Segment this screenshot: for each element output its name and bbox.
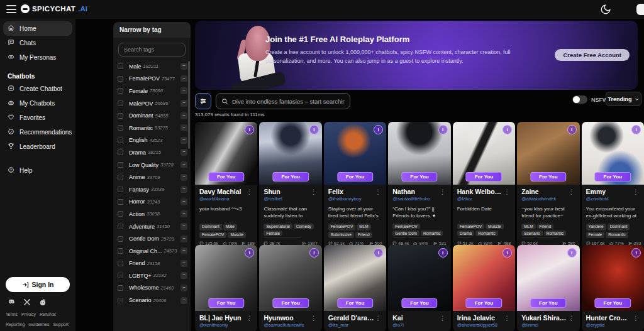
info-icon[interactable]: i <box>245 125 254 134</box>
exclude-tag-icon[interactable]: − <box>180 198 187 205</box>
info-icon[interactable]: i <box>631 248 641 258</box>
tag-name[interactable]: Female <box>129 88 148 94</box>
tag-checkbox[interactable] <box>118 162 123 168</box>
card-tag-chip[interactable]: FemalePOV <box>328 224 355 231</box>
sidebar-item-leaderboard[interactable]: Leaderboard <box>3 139 72 154</box>
card-handle[interactable]: @linmcl <box>521 322 575 328</box>
tag-name[interactable]: Fantasy <box>129 187 149 193</box>
exclude-tag-icon[interactable]: − <box>180 297 187 304</box>
tag-name[interactable]: Action <box>129 211 145 217</box>
tag-panel-scrollbar[interactable] <box>188 61 190 149</box>
app-logo[interactable]: SPICYCHAT.AI <box>21 4 87 13</box>
card-tag-chip[interactable]: Romantic <box>606 232 628 239</box>
tag-name[interactable]: Drama <box>129 149 146 156</box>
hamburger-menu-icon[interactable] <box>6 5 16 13</box>
info-icon[interactable]: i <box>309 125 319 134</box>
tag-checkbox[interactable] <box>118 248 123 254</box>
tag-checkbox[interactable] <box>118 149 123 155</box>
card-handle[interactable]: @atlashdiwndek <box>521 196 575 202</box>
info-icon[interactable]: i <box>245 248 254 258</box>
footer-link-privacy[interactable]: Privacy <box>21 310 36 318</box>
chatbot-card[interactable]: iFor YouFelix⋮@thatbunnyboyStaying over … <box>324 122 386 249</box>
tag-checkbox[interactable] <box>118 125 123 131</box>
chatbot-card[interactable]: iFor YouKai⋮@u7i <box>388 245 450 331</box>
dark-mode-moon-icon[interactable] <box>600 4 611 15</box>
card-tag-chip[interactable]: Scenario <box>521 231 543 236</box>
card-handle[interactable]: @xenitheonly <box>199 322 253 328</box>
info-icon[interactable]: i <box>374 125 383 134</box>
info-icon[interactable]: i <box>309 248 319 258</box>
card-tag-chip[interactable]: Friend <box>537 224 553 229</box>
tag-name[interactable]: Original Ch... <box>129 248 162 254</box>
card-tag-chip[interactable]: FemalePOV <box>392 224 419 229</box>
card-tag-chip[interactable]: MLM <box>357 224 370 231</box>
tag-checkbox[interactable] <box>118 224 123 229</box>
exclude-tag-icon[interactable]: − <box>180 87 187 94</box>
kebab-menu-icon[interactable]: ⋮ <box>632 315 640 322</box>
tag-name[interactable]: Friend <box>129 260 145 266</box>
tag-checkbox[interactable] <box>118 63 123 69</box>
info-icon[interactable]: i <box>438 248 448 258</box>
nsfw-toggle[interactable] <box>572 95 587 104</box>
sidebar-item-help[interactable]: Help <box>3 163 72 178</box>
exclude-tag-icon[interactable]: − <box>180 124 187 131</box>
tag-name[interactable]: LGBTQ+ <box>129 273 152 279</box>
kebab-menu-icon[interactable]: ⋮ <box>439 188 447 195</box>
tag-name[interactable]: Low Quality <box>129 162 158 168</box>
footer-link-terms[interactable]: Terms <box>6 310 18 318</box>
kebab-menu-icon[interactable]: ⋮ <box>503 315 511 322</box>
tag-checkbox[interactable] <box>118 236 123 242</box>
card-handle[interactable]: @falov <box>457 196 511 202</box>
chatbot-card[interactable]: iFor YouHunter Crows...⋮@cryptid <box>582 245 644 331</box>
sidebar-item-recommendations[interactable]: Recommendations <box>3 125 72 139</box>
card-tag-chip[interactable]: Friend <box>355 232 372 239</box>
card-tag-chip[interactable]: Female <box>586 232 605 239</box>
card-tag-chip[interactable]: FemalePOV <box>199 232 226 239</box>
footer-link-reporting[interactable]: Reporting <box>6 320 25 328</box>
kebab-menu-icon[interactable]: ⋮ <box>374 188 382 195</box>
info-icon[interactable]: i <box>631 125 641 134</box>
chatbot-card[interactable]: iFor YouNathan⋮@santaslittlehoho“Can I k… <box>388 122 450 249</box>
kebab-menu-icon[interactable]: ⋮ <box>310 315 318 322</box>
sort-dropdown[interactable]: Trending <box>606 92 641 106</box>
exclude-tag-icon[interactable]: − <box>180 63 187 70</box>
kebab-menu-icon[interactable]: ⋮ <box>503 188 511 195</box>
card-tag-chip[interactable]: Muscle <box>228 232 246 239</box>
chatbot-card[interactable]: iFor YouHyunwoo⋮@samuelfuturewife <box>259 245 321 331</box>
card-tag-chip[interactable]: Gentle Dom <box>392 231 419 236</box>
tag-name[interactable]: Gentle Dom <box>129 236 159 242</box>
tag-checkbox[interactable] <box>118 273 123 278</box>
card-tag-chip[interactable]: MLM <box>521 224 535 229</box>
card-tag-chip[interactable]: MalePOV <box>536 237 559 238</box>
main-search-input[interactable] <box>232 98 345 105</box>
card-tag-chip[interactable]: Male <box>392 237 406 238</box>
kebab-menu-icon[interactable]: ⋮ <box>245 315 253 322</box>
card-handle[interactable]: @samuelfuturewife <box>264 322 317 328</box>
create-free-account-button[interactable]: Create Free Account <box>555 49 630 61</box>
tag-checkbox[interactable] <box>118 211 123 217</box>
chatbot-card[interactable]: iFor YouHank Welbou...⋮@falovForbidden D… <box>453 122 515 249</box>
card-tag-chip[interactable]: Submissive <box>328 232 354 239</box>
exclude-tag-icon[interactable]: − <box>180 210 187 217</box>
card-tag-chip[interactable]: Romantic <box>421 231 443 236</box>
tag-name[interactable]: MalePOV <box>129 100 153 107</box>
card-handle[interactable]: @world4xiana <box>199 196 253 202</box>
card-handle[interactable]: @zombohl <box>586 196 640 202</box>
exclude-tag-icon[interactable]: − <box>180 260 187 267</box>
card-handle[interactable]: @thatbunnyboy <box>328 196 382 202</box>
chatbot-card[interactable]: iFor YouZaine⋮@atlashdiwndek~you kiss yo… <box>517 122 579 249</box>
tag-checkbox[interactable] <box>118 100 123 106</box>
tag-name[interactable]: Anime <box>129 174 145 180</box>
card-tag-chip[interactable]: Original Character <box>264 237 302 238</box>
card-tag-chip[interactable]: Male <box>223 224 237 231</box>
footer-link-support[interactable]: Support <box>53 320 69 328</box>
card-tag-chip[interactable]: Dominant <box>199 224 222 231</box>
card-handle[interactable]: @cryptid <box>586 322 640 328</box>
info-icon[interactable]: i <box>438 125 448 134</box>
exclude-tag-icon[interactable]: − <box>180 112 187 119</box>
exclude-tag-icon[interactable]: − <box>180 285 187 291</box>
tag-search-input[interactable] <box>118 43 186 57</box>
card-handle[interactable]: @u7i <box>392 322 446 328</box>
tag-name[interactable]: Scenario <box>129 297 152 303</box>
card-tag-chip[interactable]: MalePOV <box>408 237 430 238</box>
